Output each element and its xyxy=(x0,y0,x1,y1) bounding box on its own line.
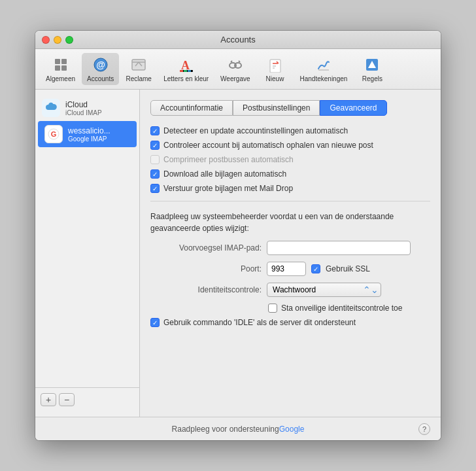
checkbox-verstuur-label: Verstuur grote bijlagen met Mail Drop xyxy=(163,184,293,193)
toolbar-nieuw[interactable]: Nieuw xyxy=(257,53,294,85)
close-button[interactable] xyxy=(42,36,50,44)
main-window: Accounts Algemeen @ Accounts xyxy=(35,31,441,440)
info-text: Raadpleeg uw systeembeheerder voordat u … xyxy=(150,211,430,234)
checkbox-download-row: Download alle bijlagen automatisch xyxy=(150,169,430,179)
reclame-label: Reclame xyxy=(126,75,151,82)
toolbar-reclame[interactable]: Reclame xyxy=(120,53,157,85)
checkbox-idle-label: Gebruik commando 'IDLE' als de server di… xyxy=(163,318,356,327)
identiteit-select[interactable]: Wachtwoord MD5 Challenge-Response NTLM K… xyxy=(267,283,381,297)
checkbox-verstuur-row: Verstuur grote bijlagen met Mail Drop xyxy=(150,184,430,193)
help-button[interactable]: ? xyxy=(418,423,430,435)
regels-icon xyxy=(363,56,381,74)
toolbar-regels[interactable]: Regels xyxy=(354,53,390,85)
svg-rect-3 xyxy=(61,65,67,71)
checkbox-comprimeer[interactable] xyxy=(150,155,160,164)
maximize-button[interactable] xyxy=(65,36,73,44)
footer: Raadpleeg voor ondersteuning Google ? xyxy=(35,417,441,440)
accounts-icon: @ xyxy=(92,56,110,74)
onveilig-row: Sta onveilige identiteitscontrole toe xyxy=(268,304,430,313)
svg-rect-14 xyxy=(188,70,191,72)
svg-rect-0 xyxy=(55,59,60,64)
nieuw-icon xyxy=(266,56,284,74)
letters-icon: A xyxy=(177,56,196,74)
handtekeningen-label: Handtekeningen xyxy=(300,75,348,82)
checkbox-comprimeer-row: Comprimeer postbussen automatisch xyxy=(150,155,430,164)
svg-rect-12 xyxy=(180,70,183,72)
checkbox-onveilig[interactable] xyxy=(268,304,277,313)
poort-input[interactable] xyxy=(267,262,306,276)
weergave-label: Weergave xyxy=(220,75,250,82)
checkbox-onveilig-label: Sta onveilige identiteitscontrole toe xyxy=(281,304,402,313)
tab-accountinfo[interactable]: Accountinformatie xyxy=(150,100,233,116)
svg-line-18 xyxy=(231,61,232,62)
checkbox-detecteer[interactable] xyxy=(150,126,160,135)
weergave-icon xyxy=(226,56,245,74)
toolbar-algemeen[interactable]: Algemeen xyxy=(41,53,80,85)
google-info: wessalicio... Google IMAP xyxy=(68,126,110,143)
title-bar: Accounts xyxy=(35,31,441,49)
checkbox-controleer-row: Controleer account bij automatisch ophal… xyxy=(150,141,430,150)
google-icon: G xyxy=(44,125,63,143)
svg-rect-1 xyxy=(61,59,67,64)
svg-rect-2 xyxy=(55,65,60,71)
nieuw-label: Nieuw xyxy=(266,75,284,82)
letters-label: Letters en kleur xyxy=(163,75,209,82)
svg-rect-6 xyxy=(132,60,145,70)
voorvoegsel-input[interactable] xyxy=(267,241,411,255)
toolbar-handtekeningen[interactable]: Handtekeningen xyxy=(295,53,353,85)
icloud-type: iCloud IMAP xyxy=(65,109,102,116)
icloud-icon xyxy=(42,99,60,117)
checkbox-controleer[interactable] xyxy=(150,141,160,150)
account-google[interactable]: G wessalicio... Google IMAP xyxy=(38,121,137,147)
checkbox-detecteer-row: Detecteer en update accountinstellingen … xyxy=(150,126,430,135)
checkbox-download[interactable] xyxy=(150,169,160,179)
identiteit-select-wrapper: Wachtwoord MD5 Challenge-Response NTLM K… xyxy=(267,283,381,297)
toolbar-letters[interactable]: A Letters en kleur xyxy=(158,53,214,85)
checkbox-idle[interactable] xyxy=(150,318,160,327)
main-panel: Accountinformatie Postbusinstellingen Ge… xyxy=(140,90,441,417)
sidebar-bottom: + − xyxy=(35,387,139,411)
content-area: iCloud iCloud IMAP G wessalicio... Googl… xyxy=(35,90,441,417)
icloud-name: iCloud xyxy=(65,100,102,109)
google-type: Google IMAP xyxy=(68,135,110,143)
toolbar-accounts[interactable]: @ Accounts xyxy=(82,53,119,85)
ssl-label: Gebruik SSL xyxy=(326,264,370,273)
port-controls: Gebruik SSL xyxy=(267,262,370,276)
identiteit-row: Identiteitscontrole: Wachtwoord MD5 Chal… xyxy=(150,283,430,297)
sidebar: iCloud iCloud IMAP G wessalicio... Googl… xyxy=(35,90,140,417)
toolbar-weergave[interactable]: Weergave xyxy=(215,53,255,85)
algemeen-label: Algemeen xyxy=(46,75,75,82)
footer-link[interactable]: Google xyxy=(279,425,305,434)
account-icloud[interactable]: iCloud iCloud IMAP xyxy=(35,95,139,121)
checkbox-comprimeer-label: Comprimeer postbussen automatisch xyxy=(163,155,294,164)
minimize-button[interactable] xyxy=(54,36,61,44)
checkbox-verstuur[interactable] xyxy=(150,184,160,193)
handtekeningen-icon xyxy=(314,56,333,74)
icloud-info: iCloud iCloud IMAP xyxy=(65,100,102,116)
add-account-button[interactable]: + xyxy=(41,393,56,406)
tab-geavanceerd[interactable]: Geavanceerd xyxy=(320,100,386,116)
svg-rect-13 xyxy=(184,70,187,72)
algemeen-icon xyxy=(52,56,70,74)
identiteit-label: Identiteitscontrole: xyxy=(150,285,262,294)
idle-row: Gebruik commando 'IDLE' als de server di… xyxy=(150,318,430,327)
poort-label: Poort: xyxy=(150,264,262,273)
footer-text: Raadpleeg voor ondersteuning xyxy=(172,425,279,434)
voorvoegsel-row: Voorvoegsel IMAP-pad: xyxy=(150,241,430,255)
regels-label: Regels xyxy=(362,75,382,82)
reclame-icon xyxy=(129,56,148,74)
settings-body: Detecteer en update accountinstellingen … xyxy=(150,126,430,406)
svg-text:G: G xyxy=(51,130,57,138)
svg-text:@: @ xyxy=(96,60,105,70)
checkbox-controleer-label: Controleer account bij automatisch ophal… xyxy=(163,141,373,150)
accounts-label: Accounts xyxy=(87,75,114,82)
ssl-checkbox[interactable] xyxy=(311,264,320,273)
window-title: Accounts xyxy=(220,35,255,44)
tab-postbus[interactable]: Postbusinstellingen xyxy=(233,100,320,116)
remove-account-button[interactable]: − xyxy=(59,393,75,406)
tab-bar: Accountinformatie Postbusinstellingen Ge… xyxy=(150,100,430,116)
svg-line-19 xyxy=(239,61,240,62)
poort-row: Poort: Gebruik SSL xyxy=(150,262,430,276)
traffic-lights xyxy=(42,36,73,44)
checkbox-download-label: Download alle bijlagen automatisch xyxy=(163,169,286,179)
